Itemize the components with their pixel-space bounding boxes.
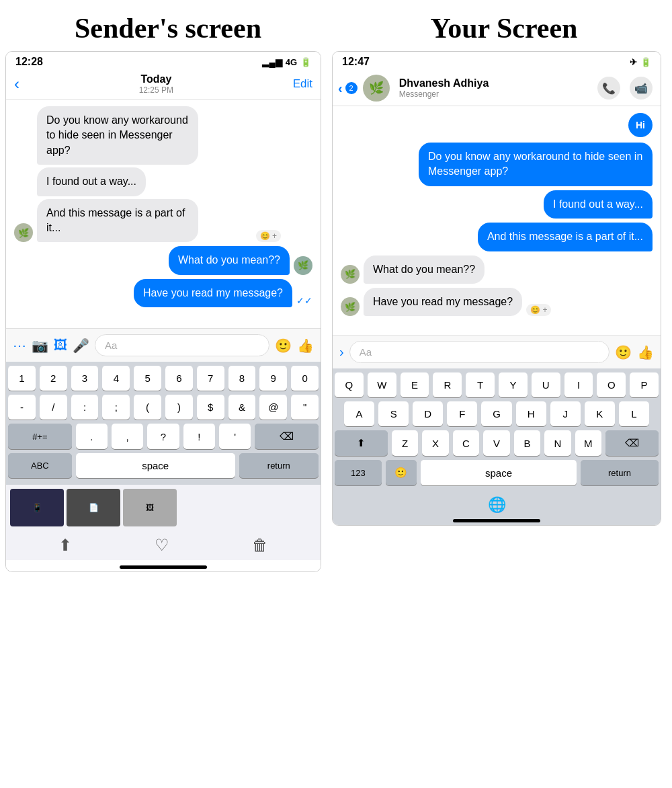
key-s[interactable]: S (378, 401, 409, 426)
key-9[interactable]: 9 (259, 366, 287, 391)
key-lparen[interactable]: ( (134, 395, 161, 420)
sender-reaction-add[interactable]: 😊 + (256, 230, 281, 242)
sender-dots-icon[interactable]: ⋯ (13, 338, 26, 354)
photo-thumb-1[interactable]: 📱 (10, 489, 64, 526)
key-8[interactable]: 8 (228, 366, 256, 391)
receiver-input-bar[interactable]: › Aa 🙂 👍 (333, 335, 661, 368)
photo-thumb-2[interactable]: 📄 (67, 489, 120, 526)
key-6[interactable]: 6 (165, 366, 193, 391)
key-colon[interactable]: : (71, 395, 99, 420)
key-1[interactable]: 1 (8, 366, 36, 391)
sender-emoji-icon[interactable]: 🙂 (275, 338, 292, 354)
receiver-video-icon[interactable]: 📹 (630, 77, 653, 100)
key-i[interactable]: I (564, 372, 593, 397)
key-emoji[interactable]: 🙂 (386, 460, 417, 485)
key-spacebar[interactable]: space (421, 460, 577, 485)
key-x[interactable]: X (422, 430, 448, 456)
key-u[interactable]: U (532, 372, 560, 397)
key-b[interactable]: B (514, 430, 540, 456)
share-icon[interactable]: ⬆ (58, 536, 72, 555)
sender-photo-icon[interactable]: 🖼 (54, 338, 67, 353)
key-123[interactable]: 123 (335, 460, 382, 485)
key-comma[interactable]: , (112, 424, 143, 449)
key-e[interactable]: E (401, 372, 429, 397)
sender-nav-back-area[interactable]: ‹ (14, 75, 19, 93)
key-4[interactable]: 4 (102, 366, 130, 391)
receiver-expand-icon[interactable]: › (339, 344, 344, 360)
photo-thumb-3[interactable]: 🖼 (123, 489, 177, 526)
receiver-phone-icon[interactable]: 📞 (597, 77, 620, 100)
key-2[interactable]: 2 (40, 366, 67, 391)
key-hash-plus[interactable]: #+= (8, 424, 72, 449)
key-apostrophe[interactable]: ' (219, 424, 251, 449)
key-m[interactable]: M (575, 430, 601, 456)
receiver-input-field[interactable]: Aa (349, 341, 610, 363)
key-dollar[interactable]: $ (197, 395, 224, 420)
key-q[interactable]: Q (335, 372, 364, 397)
key-ret[interactable]: return (581, 460, 659, 485)
key-l[interactable]: L (619, 401, 649, 426)
key-k[interactable]: K (585, 401, 615, 426)
sender-nav-edit[interactable]: Edit (293, 77, 312, 91)
key-delete[interactable]: ⌫ (255, 424, 319, 449)
key-c[interactable]: C (453, 430, 479, 456)
receiver-action-icons: 📞 📹 (597, 77, 653, 100)
key-f[interactable]: F (447, 401, 477, 426)
receiver-msg-6: Have you read my message? (364, 288, 522, 316)
sender-status-time: 12:28 (15, 56, 43, 68)
key-y[interactable]: Y (499, 372, 528, 397)
key-return[interactable]: return (239, 453, 319, 478)
key-slash[interactable]: / (40, 395, 67, 420)
key-period[interactable]: . (76, 424, 108, 449)
key-j[interactable]: J (550, 401, 581, 426)
receiver-keyboard[interactable]: Q W E R T Y U I O P A S D F G H J K L (333, 368, 661, 492)
receiver-in-2-row: 🌿 Have you read my message? 😊 + (341, 288, 653, 316)
sender-mic-icon[interactable]: 🎤 (73, 338, 89, 354)
key-at[interactable]: @ (259, 395, 287, 420)
key-amp[interactable]: & (228, 395, 256, 420)
key-d[interactable]: D (413, 401, 443, 426)
key-space[interactable]: space (76, 453, 235, 478)
key-7[interactable]: 7 (197, 366, 224, 391)
key-r[interactable]: R (433, 372, 462, 397)
key-abc[interactable]: ABC (8, 453, 72, 478)
key-p[interactable]: P (630, 372, 659, 397)
key-n[interactable]: N (544, 430, 571, 456)
sender-input-bar[interactable]: ⋯ 📷 🖼 🎤 Aa 🙂 👍 (6, 328, 321, 362)
sender-back-button[interactable]: ‹ (14, 75, 19, 93)
key-question[interactable]: ? (147, 424, 179, 449)
key-semicolon[interactable]: ; (102, 395, 130, 420)
receiver-out-3: And this message is a part of it... (341, 223, 653, 251)
receiver-reaction-add[interactable]: 😊 + (526, 304, 551, 316)
key-5[interactable]: 5 (134, 366, 161, 391)
sender-thumbsup-icon[interactable]: 👍 (297, 338, 314, 354)
sender-camera-icon[interactable]: 📷 (32, 338, 48, 354)
key-quote[interactable]: " (291, 395, 319, 420)
receiver-msg-5: What do you mean?? (364, 255, 485, 284)
key-backspace[interactable]: ⌫ (605, 430, 659, 456)
key-z[interactable]: Z (392, 430, 418, 456)
key-w[interactable]: W (368, 372, 396, 397)
key-v[interactable]: V (483, 430, 509, 456)
key-g[interactable]: G (481, 401, 511, 426)
receiver-back-button[interactable]: ‹ (338, 81, 343, 96)
key-shift[interactable]: ⬆ (335, 430, 388, 456)
key-dash[interactable]: - (8, 395, 36, 420)
key-h[interactable]: H (516, 401, 546, 426)
trash-icon[interactable]: 🗑 (252, 536, 268, 555)
receiver-thumbsup-icon[interactable]: 👍 (637, 344, 654, 360)
sender-keyboard[interactable]: 1 2 3 4 5 6 7 8 9 0 - / : ; ( ) $ & @ (6, 362, 321, 485)
key-t[interactable]: T (466, 372, 495, 397)
sender-keyboard-row2: - / : ; ( ) $ & @ " (8, 395, 319, 420)
key-exclaim[interactable]: ! (183, 424, 215, 449)
key-rparen[interactable]: ) (165, 395, 193, 420)
key-3[interactable]: 3 (71, 366, 99, 391)
receiver-emoji-icon[interactable]: 🙂 (615, 344, 632, 360)
sender-input-field[interactable]: Aa (95, 334, 269, 356)
globe-icon[interactable]: 🌐 (488, 496, 506, 514)
sender-msg-3: And this message is a part of it... (37, 199, 198, 243)
heart-icon[interactable]: ♡ (155, 536, 169, 555)
key-a[interactable]: A (344, 401, 374, 426)
key-o[interactable]: O (597, 372, 626, 397)
key-0[interactable]: 0 (291, 366, 319, 391)
